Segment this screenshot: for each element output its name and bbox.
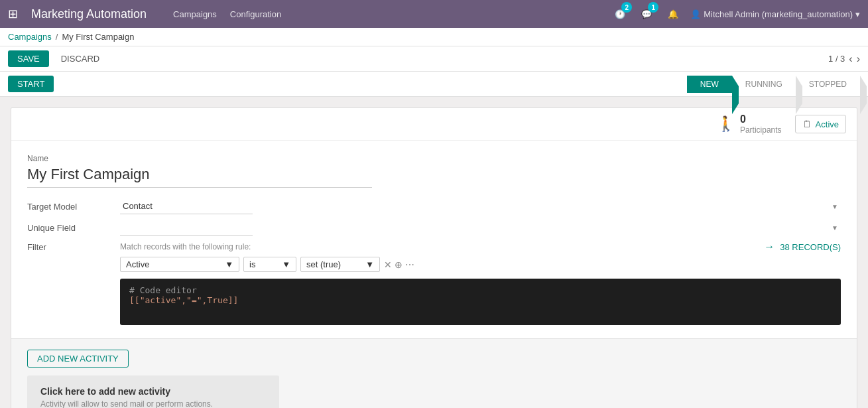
participants-info: 0 Participants — [740, 113, 782, 135]
pagination-count: 1 / 3 — [828, 54, 845, 64]
status-bar: START NEW RUNNING STOPPED — [0, 72, 868, 97]
campaign-name[interactable]: My First Campaign — [27, 166, 372, 188]
unique-field-label: Unique Field — [27, 223, 120, 233]
form-card: 🚶 0 Participants 🗒 Active Name My First … — [11, 107, 857, 408]
filter-field-arrow: ▼ — [225, 259, 233, 269]
activity-placeholder-desc: Activity will allow to send mail or perf… — [40, 399, 266, 408]
user-dropdown-icon: ▾ — [855, 9, 860, 19]
filter-value-select[interactable]: set (true) ▼ — [300, 257, 380, 272]
unique-field-row: Unique Field ▼ — [27, 220, 841, 236]
code-value[interactable]: [["active","=",True]] — [129, 295, 832, 305]
target-model-arrow: ▼ — [832, 203, 838, 210]
filter-val-arrow: ▼ — [365, 259, 374, 269]
messages-badge: 1 — [648, 2, 658, 13]
filter-operator-value: is — [249, 259, 255, 269]
discard-button[interactable]: DISCARD — [54, 50, 107, 67]
settings-icon: 🔔 — [668, 9, 678, 19]
participants-count: 0 — [740, 113, 782, 125]
active-icon: 🗒 — [802, 119, 812, 129]
user-menu[interactable]: 👤 Mitchell Admin (marketing_automation) … — [690, 9, 860, 19]
filter-value-text: set (true) — [306, 259, 341, 269]
activity-section: ADD NEW ACTIVITY Click here to add new a… — [11, 338, 857, 408]
status-step-stopped[interactable]: STOPPED — [796, 76, 860, 93]
activities-button[interactable]: 🕐 2 — [611, 5, 629, 23]
target-model-row: Target Model Contact ▼ — [27, 198, 841, 214]
pagination-next[interactable]: › — [857, 53, 860, 65]
filter-arrow-icon: → — [764, 241, 775, 253]
main-area: 🚶 0 Participants 🗒 Active Name My First … — [0, 97, 868, 408]
nav-configuration[interactable]: Configuration — [230, 9, 281, 19]
navbar-right: 🕐 2 💬 1 🔔 👤 Mitchell Admin (marketing_au… — [611, 5, 860, 23]
unique-field-arrow: ▼ — [832, 224, 838, 232]
target-model-select[interactable]: Contact — [120, 198, 253, 214]
filter-add-button[interactable]: ⊕ — [395, 259, 403, 270]
add-activity-button[interactable]: ADD NEW ACTIVITY — [27, 350, 129, 368]
status-steps: NEW RUNNING STOPPED — [687, 76, 860, 93]
activity-placeholder[interactable]: Click here to add new activity Activity … — [27, 375, 279, 408]
unique-field-select-wrapper: ▼ — [120, 220, 841, 236]
filter-remove-button[interactable]: ✕ — [384, 259, 392, 270]
code-editor: # Code editor [["active","=",True]] — [120, 279, 841, 325]
participants-label: Participants — [740, 125, 782, 135]
navbar-menu: Campaigns Configuration — [173, 9, 600, 19]
target-model-label: Target Model — [27, 202, 120, 212]
code-comment: # Code editor — [129, 285, 832, 295]
settings-button[interactable]: 🔔 — [664, 5, 682, 23]
active-button[interactable]: 🗒 Active — [795, 115, 846, 133]
breadcrumb-separator: / — [56, 32, 58, 42]
filter-label: Filter — [27, 242, 120, 252]
filter-operator-select[interactable]: is ▼ — [243, 257, 296, 272]
active-label: Active — [816, 119, 839, 129]
filter-field-value: Active — [126, 259, 149, 269]
filter-actions: ✕ ⊕ ⋯ — [384, 259, 414, 270]
filter-match-text: Match records with the following rule: — [120, 242, 764, 251]
unique-field-select[interactable] — [120, 220, 253, 236]
activity-placeholder-title: Click here to add new activity — [40, 386, 266, 397]
filter-more-button[interactable]: ⋯ — [405, 259, 414, 270]
breadcrumb: Campaigns / My First Campaign — [0, 28, 868, 46]
messages-button[interactable]: 💬 1 — [637, 5, 656, 23]
filter-row: Filter Match records with the following … — [27, 241, 841, 253]
activities-badge: 2 — [621, 2, 632, 13]
user-name: Mitchell Admin (marketing_automation) — [704, 9, 853, 19]
filter-records-link[interactable]: 38 RECORD(S) — [780, 242, 841, 252]
user-avatar: 👤 — [690, 9, 701, 19]
pagination-prev[interactable]: ‹ — [849, 53, 852, 65]
nav-campaigns[interactable]: Campaigns — [173, 9, 217, 19]
name-label: Name — [27, 154, 841, 163]
grid-icon[interactable]: ⊞ — [8, 7, 18, 21]
save-button[interactable]: SAVE — [8, 50, 49, 67]
filter-condition-row: Active ▼ is ▼ set (true) ▼ ✕ ⊕ ⋯ — [120, 257, 841, 272]
action-bar: SAVE DISCARD 1 / 3 ‹ › — [0, 46, 868, 72]
status-step-running[interactable]: RUNNING — [732, 76, 796, 93]
status-step-new[interactable]: NEW — [687, 76, 732, 93]
app-title: Marketing Automation — [31, 7, 147, 21]
participants-button[interactable]: 🚶 0 Participants — [717, 113, 782, 135]
filter-field-select[interactable]: Active ▼ — [120, 257, 239, 272]
filter-op-arrow: ▼ — [282, 259, 290, 269]
participants-icon: 🚶 — [717, 115, 735, 133]
form-body: Name My First Campaign Target Model Cont… — [11, 141, 857, 338]
start-button[interactable]: START — [8, 76, 54, 92]
breadcrumb-current: My First Campaign — [62, 32, 134, 42]
target-model-select-wrapper: Contact ▼ — [120, 198, 841, 214]
form-card-header: 🚶 0 Participants 🗒 Active — [11, 108, 857, 141]
navbar: ⊞ Marketing Automation Campaigns Configu… — [0, 0, 868, 28]
pagination: 1 / 3 ‹ › — [828, 53, 860, 65]
breadcrumb-parent[interactable]: Campaigns — [8, 32, 52, 42]
